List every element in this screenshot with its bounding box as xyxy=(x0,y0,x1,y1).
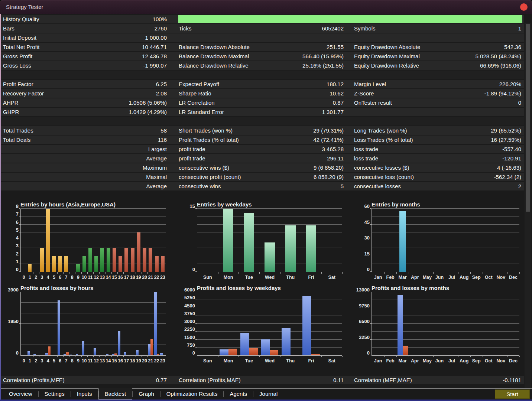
stat-value: Largest xyxy=(148,145,167,153)
y-axis-label: 2250 xyxy=(179,326,195,332)
profits-bar xyxy=(112,354,114,355)
stat-label: Loss Trades (% of total) xyxy=(354,136,413,144)
x-axis-label: 11 xyxy=(88,275,93,280)
record-indicator-icon[interactable] xyxy=(520,3,528,11)
tab-optimization-results[interactable]: Optimization Results xyxy=(160,389,224,400)
x-axis-label: Fri xyxy=(308,275,314,280)
chart-title: Entries by weekdays xyxy=(197,201,252,208)
chart-title: Entries by hours (Asia,Europe,USA) xyxy=(20,201,116,208)
profits-bar xyxy=(76,354,78,355)
y-axis-tick xyxy=(370,208,372,209)
losses-bar xyxy=(291,355,299,355)
x-axis-label: 3 xyxy=(40,275,43,280)
x-axis-label: 7 xyxy=(65,275,67,280)
gridline xyxy=(21,216,166,216)
x-axis-tick xyxy=(123,356,124,357)
scrollbar-thumb[interactable] xyxy=(526,24,530,212)
chart-title: Entries by months xyxy=(372,201,420,208)
vertical-scrollbar[interactable] xyxy=(525,23,531,388)
x-axis-label: Wed xyxy=(265,275,275,280)
gridline xyxy=(197,292,342,292)
stat-label: Correlation (Profits,MAE) xyxy=(179,376,241,384)
window-bottom-border xyxy=(0,400,532,401)
gridline xyxy=(21,313,166,313)
gridline xyxy=(21,208,166,209)
stat-value: 16 (27.59%) xyxy=(491,136,521,144)
profits-bar xyxy=(58,300,60,355)
tab-backtest[interactable]: Backtest xyxy=(98,388,133,400)
stat-value: 1.0506 (5.06%) xyxy=(129,98,167,107)
tab-journal[interactable]: Journal xyxy=(253,389,283,400)
x-axis-tick xyxy=(69,272,69,274)
tab-settings[interactable]: Settings xyxy=(39,389,71,400)
stat-row: Averageprofit trade296.11loss trade-120.… xyxy=(1,154,524,163)
x-axis-tick xyxy=(63,272,64,274)
x-axis-tick xyxy=(507,356,507,357)
x-axis-label: 0 xyxy=(23,275,25,280)
entries-bar xyxy=(155,256,159,272)
x-axis-label: 5 xyxy=(53,358,55,363)
x-axis-label: 20 xyxy=(142,358,147,363)
start-button[interactable]: Start xyxy=(495,389,530,399)
stat-value: Average xyxy=(146,154,167,163)
stat-value: 29 (79.31%) xyxy=(313,126,344,135)
x-axis-label: Nov xyxy=(497,358,506,363)
tab-overview[interactable]: Overview xyxy=(3,389,38,400)
profits-bar xyxy=(118,331,120,355)
stat-value: 42 (72.41%) xyxy=(313,136,344,144)
stat-value: 2 xyxy=(518,182,521,190)
entries-bar xyxy=(58,256,62,272)
chart-plot-area: 07501500225030003750450052506000SunMonTu… xyxy=(197,292,342,356)
tab-inputs[interactable]: Inputs xyxy=(71,389,98,400)
x-axis-label: 20 xyxy=(142,275,147,280)
x-axis-label: Apr xyxy=(411,358,419,363)
x-axis-label: 12 xyxy=(94,275,99,280)
gridline xyxy=(197,208,342,209)
stat-row: Gross Loss-1 990.07Balance Drawdown Rela… xyxy=(1,61,524,70)
x-axis-tick xyxy=(117,356,118,357)
y-axis-tick xyxy=(370,308,372,308)
stat-label: History Quality xyxy=(3,15,39,23)
stat-label: Balance Drawdown Absolute xyxy=(179,43,250,51)
stat-value: 542.36 xyxy=(504,43,521,51)
entries-bar xyxy=(131,248,134,272)
x-axis-tick xyxy=(63,356,64,357)
stat-label: consecutive losses xyxy=(354,182,401,190)
stat-value: 1 301.77 xyxy=(322,108,344,116)
stat-label: Gross Loss xyxy=(3,61,31,70)
gridline xyxy=(21,224,166,225)
stat-label: Z-Score xyxy=(354,89,374,98)
entries-bar xyxy=(223,209,234,272)
stat-value: 29 (65.52%) xyxy=(491,126,521,135)
y-axis-label: 6500 xyxy=(354,319,370,324)
tab-graph[interactable]: Graph xyxy=(133,389,160,400)
x-axis-label: 10 xyxy=(82,275,87,280)
y-axis-tick xyxy=(370,339,372,340)
profits-bar xyxy=(64,354,66,355)
gridline xyxy=(372,232,519,232)
stat-row: Recovery Factor2.08Sharpe Ratio10.62Z-Sc… xyxy=(1,89,524,98)
stat-value: 25.16% (251.55) xyxy=(302,61,344,70)
x-axis-label: May xyxy=(423,358,432,363)
entries-bar xyxy=(46,209,50,272)
y-axis-label: 1 xyxy=(3,258,19,264)
x-axis-label: 16 xyxy=(118,358,123,363)
tab-agents[interactable]: Agents xyxy=(224,389,253,400)
x-axis-label: Oct xyxy=(485,275,493,280)
x-axis-label: 3 xyxy=(40,358,43,363)
y-axis-tick xyxy=(195,208,197,209)
x-axis-tick xyxy=(218,356,218,357)
x-axis-tick xyxy=(111,356,112,357)
losses-bar xyxy=(228,349,237,355)
x-axis-tick xyxy=(154,272,154,274)
x-axis-label: May xyxy=(423,275,432,280)
y-axis-label: 6 xyxy=(3,219,19,225)
entries-bar xyxy=(124,248,128,272)
x-axis-tick xyxy=(45,356,45,357)
stat-value: -562.34 (2) xyxy=(494,173,521,181)
y-axis-label: 1500 xyxy=(179,334,195,340)
chart-entries-by-hours: Entries by hours (Asia,Europe,USA)012345… xyxy=(3,200,178,284)
y-axis-label: 45 xyxy=(354,219,370,225)
stat-label: loss trade xyxy=(354,145,378,153)
y-axis-tick xyxy=(19,248,20,248)
